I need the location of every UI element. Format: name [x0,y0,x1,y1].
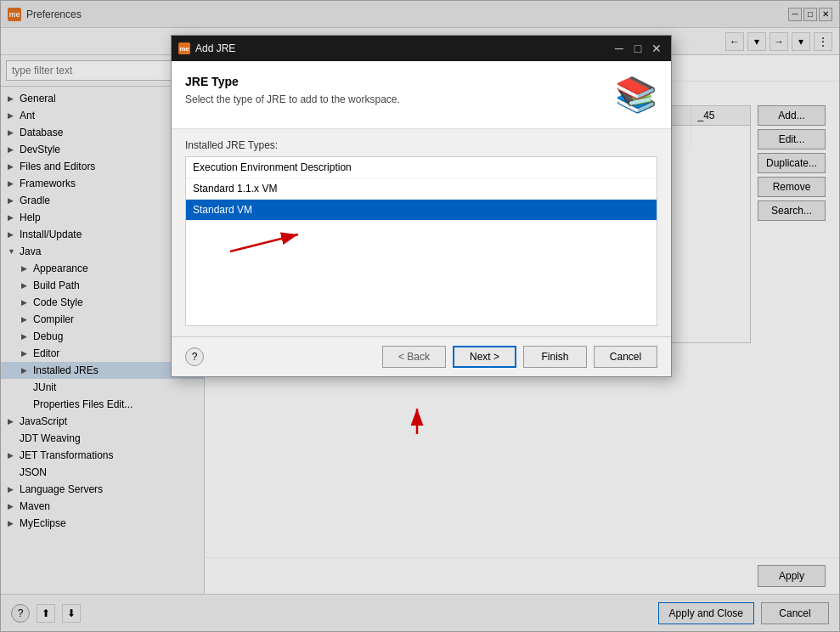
back-button[interactable]: < Back [382,346,446,368]
next-button[interactable]: Next > [453,346,516,368]
list-item-standard-11[interactable]: Standard 1.1.x VM [186,178,657,200]
modal-close-button[interactable]: ✕ [649,41,664,56]
finish-button[interactable]: Finish [523,346,587,368]
modal-overlay: me Add JRE ─ □ ✕ JRE Type Select the typ… [1,1,839,631]
modal-maximize-button[interactable]: □ [630,41,646,56]
list-item-exec-env[interactable]: Execution Environment Description [186,157,657,178]
modal-title-bar: me Add JRE ─ □ ✕ [172,36,671,61]
modal-footer-buttons: < Back Next > Finish Cancel [382,346,657,368]
modal-title-left: me Add JRE [178,42,235,54]
books-icon: 📚 [615,75,657,115]
preferences-window: me Preferences ─ □ ✕ ← ▾ → ▾ ⋮ ▶ General [0,0,840,632]
modal-body: Installed JRE Types: Execution Environme… [172,129,671,336]
modal-jre-types-list[interactable]: Execution Environment Description Standa… [185,156,657,326]
modal-header-description: Select the type of JRE to add to the wor… [185,93,400,105]
modal-cancel-button[interactable]: Cancel [594,346,657,368]
modal-header-section: JRE Type Select the type of JRE to add t… [172,61,671,129]
modal-controls: ─ □ ✕ [612,41,664,56]
modal-help-button[interactable]: ? [185,347,204,366]
modal-list-label: Installed JRE Types: [185,139,657,151]
list-item-standard-vm[interactable]: Standard VM [186,200,657,221]
modal-app-icon: me [178,42,190,54]
modal-header-title: JRE Type [185,75,400,88]
modal-title: Add JRE [195,42,235,54]
modal-header-text: JRE Type Select the type of JRE to add t… [185,75,400,105]
modal-minimize-button[interactable]: ─ [612,41,627,56]
modal-footer: ? < Back Next > Finish Cancel [172,336,671,376]
add-jre-dialog: me Add JRE ─ □ ✕ JRE Type Select the typ… [171,35,672,377]
